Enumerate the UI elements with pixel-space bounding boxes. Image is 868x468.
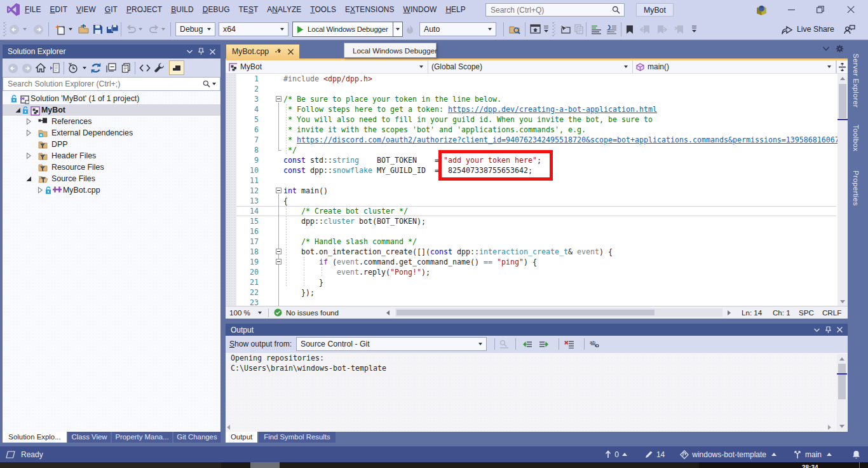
scroll-right-arrow[interactable] (828, 425, 831, 430)
code-line-5[interactable]: * You will also need to fill in your gui… (283, 114, 836, 125)
properties-wrench-icon[interactable] (154, 62, 165, 73)
code-line-12[interactable]: int main() (283, 186, 836, 196)
solution-explorer-header[interactable]: Solution Explorer (3, 45, 220, 59)
quick-search-box[interactable] (485, 3, 625, 17)
tool-tab-property-mana[interactable]: Property Mana... (112, 432, 172, 443)
fold-collapse-box[interactable] (276, 249, 281, 254)
code-line-16[interactable] (283, 226, 836, 237)
save-all-icon[interactable] (106, 19, 118, 39)
toolbar-overflow-icon[interactable] (691, 19, 697, 39)
new-project-icon[interactable] (55, 19, 65, 39)
code-line-10[interactable]: const dpp::snowflake MY_GUILD_ID = 82540… (283, 165, 836, 176)
next-message-icon[interactable] (539, 340, 549, 348)
redo-caret[interactable] (161, 19, 165, 39)
code-text[interactable]: #include <dpp/dpp.h>/* Be sure to place … (283, 74, 836, 306)
clear-bookmarks-icon[interactable] (674, 19, 684, 39)
scrollbar-thumb[interactable] (838, 364, 846, 399)
solution-explorer-search-box[interactable] (3, 77, 220, 91)
save-icon[interactable] (93, 19, 103, 39)
menu-help[interactable]: HELP (441, 0, 470, 19)
hot-reload-combo[interactable]: Auto (419, 19, 496, 39)
tool-tab-class-view[interactable]: Class View (68, 432, 111, 443)
line-indicator[interactable]: Ln: 14 (742, 308, 762, 317)
expander-collapsed-icon[interactable] (25, 130, 32, 136)
scroll-left-arrow[interactable] (227, 425, 230, 430)
code-line-19[interactable]: if (event.command.get_command_name() == … (283, 257, 836, 267)
outgoing-commits-button[interactable]: 0 (605, 450, 627, 459)
home-icon[interactable] (36, 63, 46, 72)
pin-icon[interactable] (825, 326, 831, 334)
tab-list-caret-icon[interactable] (823, 46, 829, 51)
settings-gear-icon[interactable]: ${''} (836, 45, 844, 53)
pending-changes-filter-icon[interactable] (68, 63, 79, 73)
expander-collapsed-icon[interactable] (37, 187, 43, 193)
pin-icon[interactable] (198, 48, 204, 55)
navigate-back-caret[interactable] (23, 19, 27, 39)
output-panel-header[interactable]: Output (226, 324, 848, 336)
side-tab-server-explorer[interactable]: Server Explorer (852, 53, 860, 107)
editor-vertical-scrollbar[interactable] (837, 74, 848, 306)
close-button[interactable] (840, 0, 862, 19)
code-line-11[interactable] (283, 176, 836, 186)
menu-extensions[interactable]: EXTENSIONS (341, 0, 399, 19)
code-line-2[interactable] (283, 84, 836, 94)
insert-mode-indicator[interactable]: SPC (799, 308, 814, 317)
uncomment-lines-icon[interactable] (606, 19, 617, 39)
close-panel-icon[interactable] (837, 327, 843, 333)
notifications-bell-icon[interactable] (852, 450, 860, 459)
menu-git[interactable]: GIT (100, 0, 122, 19)
hot-reload-flame-icon[interactable] (405, 19, 414, 39)
menu-window[interactable]: WINDOW (399, 0, 442, 19)
code-line-8[interactable]: */ (283, 145, 836, 155)
scrollbar-thumb[interactable] (397, 310, 654, 315)
previous-message-icon[interactable] (522, 340, 532, 348)
code-line-21[interactable]: } (283, 277, 836, 287)
nav-combo-project[interactable]: MyBot (226, 60, 428, 73)
code-line-20[interactable]: event.reply("Pong!"); (283, 267, 836, 277)
open-file-icon[interactable] (78, 19, 90, 39)
run-local-windows-debugger-button[interactable]: Local Windows Debugger (292, 19, 403, 39)
code-line-1[interactable]: #include <dpp/dpp.h> (283, 74, 836, 84)
menu-test[interactable]: TEST (234, 0, 263, 19)
nav-combo-member[interactable]: main() (633, 60, 836, 73)
live-share-button[interactable]: Live Share (782, 19, 834, 39)
toolbar-overflow-icon[interactable] (543, 19, 549, 39)
restore-button[interactable] (810, 0, 831, 19)
code-line-7[interactable]: * https://discord.com/oauth2/authorize?c… (283, 135, 836, 145)
redo-icon[interactable] (149, 19, 159, 39)
solution-explorer-search-input[interactable] (3, 79, 203, 88)
preview-selected-items-toggle[interactable] (169, 60, 184, 75)
word-wrap-icon[interactable]: ab (590, 340, 600, 348)
navigate-back-icon[interactable] (9, 19, 20, 39)
platform-combo[interactable]: x64 (219, 19, 288, 39)
tree-item-header-files[interactable]: Header Files (3, 150, 220, 162)
search-options-caret[interactable] (212, 83, 216, 85)
breakpoint-margin[interactable] (226, 74, 236, 306)
filter-caret[interactable] (83, 67, 86, 69)
output-log[interactable]: Opening repositories:C:\Users\brain\wind… (226, 353, 848, 432)
undo-icon[interactable] (126, 19, 137, 39)
document-tab-mybot-cpp[interactable]: MyBot.cpp (226, 45, 299, 59)
tree-item-solution-mybot-1-of-1-project[interactable]: Solution 'MyBot' (1 of 1 project) (3, 93, 220, 104)
split-window-button[interactable] (836, 60, 848, 73)
close-tab-icon[interactable] (288, 49, 294, 55)
expander-expanded-icon[interactable] (15, 107, 21, 113)
code-line-22[interactable]: }); (283, 287, 836, 298)
branch-button[interactable]: main (793, 450, 832, 459)
new-project-caret[interactable] (69, 19, 72, 39)
tree-item-dpp[interactable]: DPP (3, 139, 220, 150)
configuration-combo[interactable]: Debug (175, 19, 215, 39)
undo-caret[interactable] (139, 19, 142, 39)
code-line-18[interactable]: bot.on_interaction_create([](const dpp::… (283, 247, 836, 257)
editor-horizontal-scrollbar[interactable] (395, 308, 722, 317)
tree-item-resource-files[interactable]: Resource Files (3, 162, 220, 173)
menu-file[interactable]: FILE (20, 0, 46, 19)
scroll-right-arrow[interactable] (728, 310, 731, 315)
code-editor[interactable]: 1234567891011121314151617181920212223 #i… (226, 74, 848, 306)
sync-with-active-document-icon[interactable] (50, 63, 60, 73)
window-menu-icon[interactable] (187, 50, 193, 53)
menu-project[interactable]: PROJECT (122, 0, 166, 19)
side-tab-properties[interactable]: Properties (852, 170, 860, 206)
side-tab-toolbox[interactable]: Toolbox (852, 125, 860, 151)
expander-collapsed-icon[interactable] (25, 118, 32, 125)
